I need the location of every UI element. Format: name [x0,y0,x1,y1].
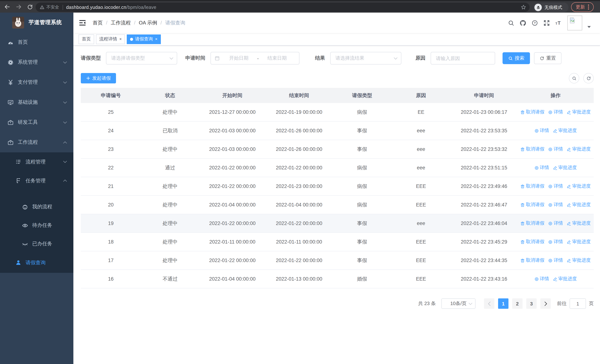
detail-action-link[interactable]: 详情 [548,109,563,115]
reason-input[interactable] [431,56,495,61]
cell-applied: 2022-01-22 23:49:46 [451,184,517,189]
next-page-button[interactable] [540,299,551,309]
update-button[interactable]: 更新 [571,2,594,12]
sidebar-toggle-icon[interactable] [79,19,86,27]
cell-actions: 取消请假详情审批进度 [517,183,594,189]
cancel-action-link[interactable]: 取消请假 [520,109,544,115]
cell-start: 2022-01-22 00:00:00 [199,184,265,189]
progress-action-link[interactable]: 审批进度 [553,165,577,171]
trash-icon [520,240,525,244]
edit-pen-icon [567,184,571,188]
sidebar-item-my-process[interactable]: 我的流程 [0,197,73,216]
page-button-2[interactable]: 2 [512,299,523,309]
cancel-action-link[interactable]: 取消请假 [520,202,544,208]
view-icon [548,258,553,263]
progress-action-link[interactable]: 审批进度 [567,220,591,226]
cancel-action-link[interactable]: 取消请假 [520,183,544,189]
search-button[interactable]: 搜索 [503,52,530,64]
breadcrumb-item[interactable]: 首页 [93,19,103,26]
table-refresh-icon[interactable] [583,73,594,84]
cancel-action-link[interactable]: 取消请假 [520,220,544,226]
logo[interactable]: 芋道管理系统 [0,13,73,32]
detail-action-link[interactable]: 详情 [534,276,549,282]
progress-action-link[interactable]: 审批进度 [567,183,591,189]
leave-type-select[interactable]: 请选择请假类型 [106,52,177,65]
sidebar-item-todo-task[interactable]: 待办任务 [0,216,73,235]
help-icon[interactable]: ? [529,17,541,29]
result-select[interactable]: 请选择流结果 [330,52,401,65]
tab-首页[interactable]: 首页 [79,34,94,44]
detail-action-link[interactable]: 详情 [548,257,563,263]
fullscreen-icon[interactable] [541,17,553,29]
reload-icon[interactable] [26,2,35,11]
detail-action-link[interactable]: 详情 [548,183,563,189]
breadcrumb-item[interactable]: 工作流程 [111,19,131,26]
create-leave-button[interactable]: 发起请假 [81,73,116,84]
table-row: 23处理中2022-01-03 00:00:002022-01-26 00:00… [81,140,594,159]
cancel-action-link[interactable]: 取消请假 [520,146,544,152]
page-size-select[interactable]: 10条/页 [441,299,476,309]
cancel-action-link[interactable]: 取消请假 [520,257,544,263]
caret-down-icon[interactable] [587,25,591,28]
browser-menu-icon[interactable] [588,4,589,10]
page-button-1[interactable]: 1 [498,299,508,309]
sidebar-item-home[interactable]: 首页 [0,32,73,52]
table-row: 20处理中2022-01-04 00:00:002022-01-04 00:00… [81,196,594,214]
font-size-icon[interactable]: TT [553,17,564,29]
sidebar-item-leave-query[interactable]: 请假查询 [0,253,73,272]
cell-applied: 2022-01-22 23:51:15 [451,165,517,170]
table-header: 申请编号状态开始时间结束时间请假类型原因申请时间操作 [81,88,594,103]
sidebar-item-workflow[interactable]: 工作流程 [0,132,73,152]
view-icon [548,110,553,114]
cancel-action-link[interactable]: 取消请假 [520,239,544,245]
cell-applied: 2022-01-22 23:46:04 [451,221,517,226]
cell-id: 21 [81,184,141,189]
sidebar-item-devtools[interactable]: 研发工具 [0,112,73,132]
tab-流程详情[interactable]: 流程详情× [96,34,125,44]
search-icon[interactable] [505,17,517,29]
user-avatar[interactable] [567,15,582,30]
close-icon[interactable]: × [119,37,122,41]
cell-start: 2022-01-04 00:00:00 [199,276,265,282]
address-bar[interactable]: 不安全 dashboard.yudao.iocoder.cn/bpm/oa/le… [36,3,530,12]
sidebar-item-payment[interactable]: 支付管理 [0,72,73,92]
progress-action-link[interactable]: 审批进度 [567,202,591,208]
progress-action-link[interactable]: 审批进度 [567,109,591,115]
cell-status: 处理中 [141,183,199,190]
sidebar-item-done-task[interactable]: 已办任务 [0,235,73,253]
progress-action-link[interactable]: 审批进度 [553,276,577,282]
tab-请假查询[interactable]: 请假查询× [127,34,161,44]
sidebar-item-infrastructure[interactable]: 基础设施 [0,92,73,112]
github-icon[interactable] [517,17,529,29]
cell-id: 24 [81,128,141,133]
prev-page-button[interactable] [484,299,494,309]
back-icon[interactable] [3,2,11,11]
detail-action-link[interactable]: 详情 [534,165,549,171]
forward-icon[interactable] [14,2,23,11]
bookmark-star-icon[interactable] [521,4,526,10]
reset-button[interactable]: 重置 [534,52,562,64]
detail-action-link[interactable]: 详情 [534,128,549,134]
view-icon [534,277,539,281]
apply-time-range[interactable]: 开始日期 - 结束日期 [210,52,300,65]
cell-reason: eee [391,165,451,170]
detail-action-link[interactable]: 详情 [548,202,563,208]
close-icon[interactable]: × [155,37,158,41]
sidebar-submenu: 流程管理任务管理我的流程待办任务已办任务请假查询 [0,152,73,273]
sidebar-item-system[interactable]: 系统管理 [0,52,73,72]
page-button-3[interactable]: 3 [526,299,537,309]
progress-action-link[interactable]: 审批进度 [567,239,591,245]
sidebar-item-task-management[interactable]: 任务管理 [0,171,73,190]
tab-label: 请假查询 [135,36,153,42]
detail-action-link[interactable]: 详情 [548,220,563,226]
sidebar-item-process-management[interactable]: 流程管理 [0,152,73,171]
detail-action-link[interactable]: 详情 [548,239,563,245]
goto-page-input[interactable] [570,299,586,309]
progress-action-link[interactable]: 审批进度 [553,128,577,134]
table-search-toggle-icon[interactable] [569,73,579,84]
breadcrumb-item[interactable]: OA 示例 [139,19,157,26]
progress-action-link[interactable]: 审批进度 [567,146,591,152]
cell-start: 2022-01-22 00:00:00 [199,258,265,263]
progress-action-link[interactable]: 审批进度 [567,257,591,263]
detail-action-link[interactable]: 详情 [548,146,563,152]
